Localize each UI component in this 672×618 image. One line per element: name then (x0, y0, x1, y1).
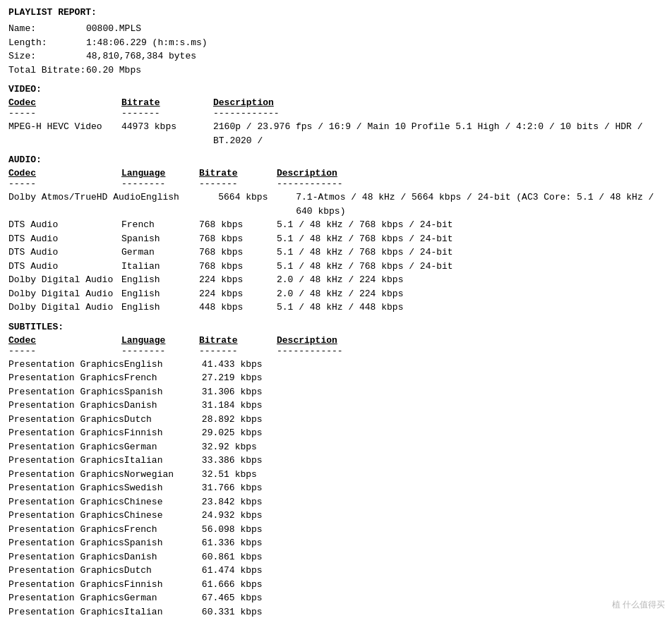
sub-desc (280, 495, 664, 509)
sub-desc (280, 426, 664, 440)
size-row: Size: 48,810,768,384 bytes (8, 49, 664, 63)
sub-header-codec: Codec (8, 335, 121, 346)
audio-desc: 5.1 / 48 kHz / 768 kbps / 24-bit (277, 260, 664, 274)
audio-lang: Spanish (121, 232, 199, 246)
audio-desc: 5.1 / 48 kHz / 448 kbps (277, 301, 664, 315)
sub-bitrate: 60.331 kbps (202, 605, 280, 619)
audio-codec: DTS Audio (8, 246, 121, 260)
video-header-codec: Codec (8, 97, 121, 108)
sub-desc (280, 399, 664, 413)
sub-desc (280, 523, 664, 537)
sub-codec: Presentation Graphics (8, 591, 124, 605)
sub-lang: Dutch (124, 413, 202, 427)
sub-bitrate: 31.306 kbps (202, 385, 280, 399)
video-header: Codec Bitrate Description (8, 97, 664, 108)
audio-title: AUDIO: (8, 154, 664, 165)
sub-div-desc: ------------ (277, 346, 664, 356)
audio-lang: English (121, 273, 199, 287)
audio-bitrate: 224 kbps (199, 273, 277, 287)
audio-header-language: Language (121, 168, 199, 178)
name-value: 00800.MPLS (86, 22, 141, 36)
sub-bitrate: 31.766 kbps (202, 481, 280, 495)
audio-bitrate: 224 kbps (199, 287, 277, 301)
sub-bitrate: 27.219 kbps (202, 371, 280, 385)
sub-desc (280, 371, 664, 385)
audio-codec: Dolby Atmos/TrueHD Audio (8, 190, 140, 218)
size-value: 48,810,768,384 bytes (86, 49, 196, 63)
audio-desc: 2.0 / 48 kHz / 224 kbps (277, 287, 664, 301)
audio-bitrate: 768 kbps (199, 260, 277, 274)
name-row: Name: 00800.MPLS (8, 22, 664, 36)
audio-div-desc: ------------ (277, 178, 664, 189)
sub-codec: Presentation Graphics (8, 481, 124, 495)
sub-bitrate: 33.386 kbps (202, 454, 280, 468)
audio-section: AUDIO: Codec Language Bitrate Descriptio… (8, 154, 664, 315)
sub-lang: Norwegian (124, 468, 202, 482)
audio-codec: DTS Audio (8, 232, 121, 246)
video-div-bitrate: ------- (121, 108, 213, 119)
subtitles-divider: ----- -------- ------- ------------ (8, 346, 664, 356)
sub-codec: Presentation Graphics (8, 371, 124, 385)
subtitle-row-13: Presentation Graphics Spanish 61.336 kbp… (8, 536, 664, 550)
subtitle-row-10: Presentation Graphics Chinese 23.842 kbp… (8, 495, 664, 509)
video-divider: ----- ------- ------------ (8, 108, 664, 119)
sub-desc (280, 591, 664, 605)
subtitle-row-6: Presentation Graphics German 32.92 kbps (8, 440, 664, 454)
subtitle-row-18: Presentation Graphics Italian 60.331 kbp… (8, 605, 664, 619)
sub-bitrate: 61.336 kbps (202, 536, 280, 550)
subtitle-row-3: Presentation Graphics Danish 31.184 kbps (8, 399, 664, 413)
audio-row-6: Dolby Digital Audio English 224 kbps 2.0… (8, 287, 664, 301)
subtitle-row-14: Presentation Graphics Danish 60.861 kbps (8, 550, 664, 564)
subtitle-row-7: Presentation Graphics Italian 33.386 kbp… (8, 454, 664, 468)
audio-row-3: DTS Audio German 768 kbps 5.1 / 48 kHz /… (8, 246, 664, 260)
info-block: Name: 00800.MPLS Length: 1:48:06.229 (h:… (8, 22, 664, 77)
sub-codec: Presentation Graphics (8, 385, 124, 399)
subtitles-header: Codec Language Bitrate Description (8, 335, 664, 346)
audio-codec: DTS Audio (8, 260, 121, 274)
sub-desc (280, 481, 664, 495)
audio-div-bitrate: ------- (199, 178, 277, 189)
sub-codec: Presentation Graphics (8, 454, 124, 468)
audio-lang: French (121, 218, 199, 232)
audio-lang: English (140, 190, 218, 218)
audio-bitrate: 768 kbps (199, 218, 277, 232)
audio-bitrate: 768 kbps (199, 246, 277, 260)
sub-bitrate: 60.861 kbps (202, 550, 280, 564)
sub-lang: Italian (124, 605, 202, 619)
sub-codec: Presentation Graphics (8, 605, 124, 619)
audio-codec: DTS Audio (8, 218, 121, 232)
video-div-codec: ----- (8, 108, 121, 119)
sub-codec: Presentation Graphics (8, 536, 124, 550)
sub-lang: German (124, 440, 202, 454)
bitrate-row: Total Bitrate: 60.20 Mbps (8, 63, 664, 78)
sub-desc (280, 550, 664, 564)
subtitle-row-15: Presentation Graphics Dutch 61.474 kbps (8, 564, 664, 578)
sub-bitrate: 56.098 kbps (202, 523, 280, 537)
video-div-desc: ------------ (213, 108, 664, 119)
subtitle-row-0: Presentation Graphics English 41.433 kbp… (8, 358, 664, 372)
length-value: 1:48:06.229 (h:m:s.ms) (86, 36, 208, 50)
audio-codec: Dolby Digital Audio (8, 273, 121, 287)
subtitle-row-16: Presentation Graphics Finnish 61.666 kbp… (8, 578, 664, 592)
sub-header-language: Language (121, 335, 199, 346)
audio-header-bitrate: Bitrate (199, 168, 277, 178)
sub-lang: Danish (124, 550, 202, 564)
sub-codec: Presentation Graphics (8, 495, 124, 509)
audio-row-2: DTS Audio Spanish 768 kbps 5.1 / 48 kHz … (8, 232, 664, 246)
audio-row-7: Dolby Digital Audio English 448 kbps 5.1… (8, 301, 664, 315)
sub-desc (280, 605, 664, 619)
sub-bitrate: 41.433 kbps (202, 358, 280, 372)
sub-lang: Danish (124, 399, 202, 413)
sub-codec: Presentation Graphics (8, 550, 124, 564)
sub-header-desc: Description (277, 335, 664, 346)
video-section: VIDEO: Codec Bitrate Description ----- -… (8, 84, 664, 147)
sub-bitrate: 24.932 kbps (202, 509, 280, 523)
audio-bitrate: 768 kbps (199, 232, 277, 246)
audio-desc: 5.1 / 48 kHz / 768 kbps / 24-bit (277, 232, 664, 246)
sub-desc (280, 358, 664, 372)
subtitle-row-2: Presentation Graphics Spanish 31.306 kbp… (8, 385, 664, 399)
audio-row-4: DTS Audio Italian 768 kbps 5.1 / 48 kHz … (8, 260, 664, 274)
sub-lang: Italian (124, 454, 202, 468)
sub-div-bitrate: ------- (199, 346, 277, 356)
sub-div-codec: ----- (8, 346, 121, 356)
